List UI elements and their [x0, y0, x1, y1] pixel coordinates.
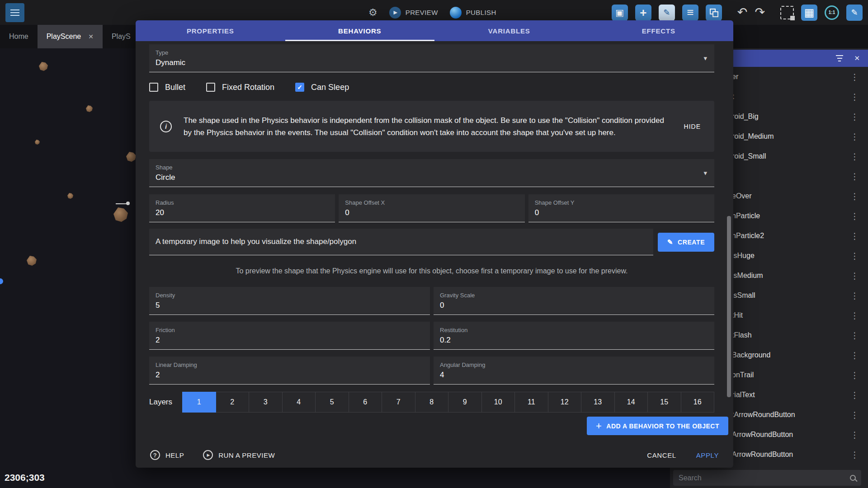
- layer-button-3[interactable]: 3: [249, 392, 283, 413]
- item-menu-icon[interactable]: [850, 370, 859, 380]
- item-menu-icon[interactable]: [850, 92, 859, 102]
- filter-icon[interactable]: [836, 55, 843, 61]
- item-menu-icon[interactable]: [850, 330, 859, 341]
- item-menu-icon[interactable]: [850, 231, 859, 241]
- item-menu-icon[interactable]: [850, 171, 859, 182]
- gravity-scale-field[interactable]: Gravity Scale 0: [434, 287, 714, 315]
- capture-region-icon[interactable]: [780, 6, 794, 19]
- tab-behaviors[interactable]: BEHAVIORS: [285, 20, 435, 41]
- undo-icon[interactable]: [737, 6, 748, 19]
- create-label: CREATE: [678, 239, 705, 246]
- tab-effects[interactable]: EFFECTS: [584, 20, 734, 41]
- preview-button[interactable]: PREVIEW: [389, 7, 438, 19]
- fixed-rotation-checkbox[interactable]: Fixed Rotation: [206, 83, 274, 92]
- menu-icon[interactable]: [5, 3, 24, 22]
- layer-button-8[interactable]: 8: [415, 392, 449, 413]
- layer-button-11[interactable]: 11: [514, 392, 548, 413]
- tab-variables[interactable]: VARIABLES: [434, 20, 584, 41]
- layers-icon[interactable]: [706, 5, 722, 21]
- temp-image-field[interactable]: A temporary image to help you visualize …: [149, 229, 653, 255]
- can-sleep-checkbox[interactable]: Can Sleep: [295, 83, 349, 92]
- shape-offset-x-field[interactable]: Shape Offset X 0: [339, 194, 524, 222]
- grid-icon[interactable]: [801, 5, 817, 21]
- copy-front-square: [712, 11, 718, 17]
- apply-button[interactable]: APPLY: [696, 451, 719, 459]
- layer-button-13[interactable]: 13: [581, 392, 615, 413]
- item-menu-icon[interactable]: [850, 310, 859, 321]
- help-button[interactable]: HELP: [150, 450, 184, 460]
- asteroid-object[interactable]: [113, 207, 128, 222]
- zoom-1-1-icon[interactable]: 1:1: [825, 5, 839, 20]
- item-menu-icon[interactable]: [850, 191, 859, 202]
- linear-damping-field[interactable]: Linear Damping 2: [149, 357, 430, 385]
- item-menu-icon[interactable]: [850, 410, 859, 420]
- layer-button-15[interactable]: 15: [647, 392, 681, 413]
- asteroid-object[interactable]: [35, 140, 40, 145]
- close-panel-icon[interactable]: [854, 54, 860, 62]
- layer-button-14[interactable]: 14: [614, 392, 648, 413]
- layer-button-16[interactable]: 16: [681, 392, 715, 413]
- layer-button-12[interactable]: 12: [548, 392, 582, 413]
- dialog-scrollbar[interactable]: [727, 216, 731, 397]
- add-behavior-button[interactable]: ADD A BEHAVIOR TO THE OBJECT: [587, 417, 728, 435]
- item-menu-icon[interactable]: [850, 72, 859, 82]
- cancel-button[interactable]: CANCEL: [647, 451, 676, 459]
- item-menu-icon[interactable]: [850, 271, 859, 281]
- friction-field[interactable]: Friction 2: [149, 322, 430, 350]
- item-menu-icon[interactable]: [850, 211, 859, 221]
- item-menu-icon[interactable]: [850, 151, 859, 162]
- events-list-icon[interactable]: [682, 5, 698, 21]
- selection-edge-dot[interactable]: [0, 278, 3, 284]
- selection-handle-dot[interactable]: [126, 202, 130, 205]
- item-menu-icon[interactable]: [850, 450, 859, 460]
- layer-button-7[interactable]: 7: [382, 392, 415, 413]
- build-icon[interactable]: [368, 7, 377, 19]
- object-search-input[interactable]: Search: [673, 470, 861, 486]
- edit-tool-icon[interactable]: [659, 5, 675, 21]
- tab-playscene-2[interactable]: PlayS: [103, 25, 140, 48]
- item-menu-icon[interactable]: [850, 390, 859, 400]
- redo-icon[interactable]: [755, 6, 765, 19]
- run-preview-button[interactable]: RUN A PREVIEW: [203, 450, 275, 460]
- layer-button-10[interactable]: 10: [481, 392, 515, 413]
- publish-button[interactable]: PUBLISH: [450, 7, 496, 19]
- item-menu-icon[interactable]: [850, 291, 859, 301]
- layer-button-2[interactable]: 2: [216, 392, 250, 413]
- item-menu-icon[interactable]: [850, 350, 859, 361]
- shape-select[interactable]: Shape Circle: [149, 159, 714, 187]
- tab-playscene[interactable]: PlayScene: [38, 25, 103, 48]
- density-field[interactable]: Density 5: [149, 287, 430, 315]
- layer-button-5[interactable]: 5: [315, 392, 349, 413]
- asteroid-object[interactable]: [126, 152, 136, 162]
- cursor-coordinates: 2306;303: [5, 472, 45, 483]
- layer-button-9[interactable]: 9: [448, 392, 482, 413]
- radius-field[interactable]: Radius 20: [149, 194, 335, 222]
- asteroid-object[interactable]: [86, 105, 93, 112]
- layer-button-6[interactable]: 6: [349, 392, 382, 413]
- item-menu-icon[interactable]: [850, 131, 859, 142]
- asteroid-object[interactable]: [27, 256, 37, 266]
- angular-damping-field[interactable]: Angular Damping 4: [434, 357, 714, 385]
- layer-button-1[interactable]: 1: [182, 392, 216, 413]
- add-object-icon[interactable]: [635, 5, 651, 21]
- tab-properties[interactable]: PROPERTIES: [136, 20, 285, 41]
- tab-home[interactable]: Home: [0, 25, 38, 48]
- item-menu-icon[interactable]: [850, 430, 859, 440]
- draw-icon[interactable]: [846, 5, 863, 21]
- temp-image-value: A temporary image to help you visualize …: [156, 237, 647, 246]
- item-menu-icon[interactable]: [850, 112, 859, 122]
- restitution-field[interactable]: Restitution 0.2: [434, 322, 714, 350]
- asteroid-object[interactable]: [39, 62, 48, 71]
- checkbox-unchecked-icon: [149, 83, 158, 92]
- hide-button[interactable]: HIDE: [679, 119, 705, 134]
- asteroid-object[interactable]: [67, 193, 73, 199]
- item-menu-icon[interactable]: [850, 251, 859, 261]
- scene-edit-icon[interactable]: [612, 5, 628, 21]
- bullet-checkbox[interactable]: Bullet: [149, 83, 185, 92]
- close-tab-icon[interactable]: [88, 33, 94, 40]
- type-select[interactable]: Type Dynamic: [149, 44, 714, 72]
- layer-button-4[interactable]: 4: [282, 392, 316, 413]
- object-label: isMedium: [732, 272, 763, 280]
- shape-offset-y-field[interactable]: Shape Offset Y 0: [528, 194, 714, 222]
- create-button[interactable]: CREATE: [658, 233, 714, 252]
